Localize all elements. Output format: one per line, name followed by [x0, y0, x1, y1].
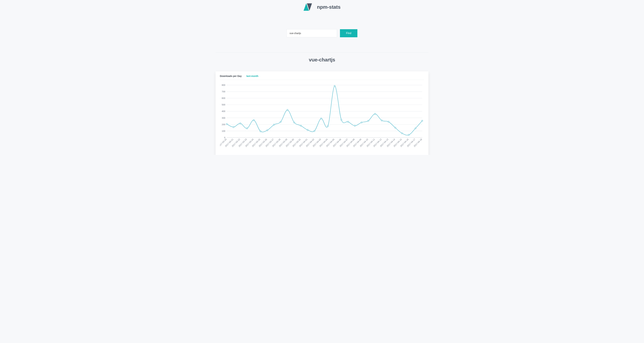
svg-point-55 — [260, 131, 261, 132]
svg-point-63 — [314, 130, 315, 131]
svg-text:800: 800 — [222, 84, 225, 86]
svg-point-79 — [422, 120, 423, 121]
svg-text:100: 100 — [222, 130, 225, 132]
package-search-input[interactable] — [286, 29, 337, 37]
svg-point-53 — [246, 128, 248, 129]
svg-point-73 — [381, 120, 382, 121]
svg-point-60 — [294, 122, 295, 123]
section-divider — [216, 52, 428, 53]
svg-point-72 — [374, 113, 376, 115]
downloads-chart: 01002003004005006007008002017-03-202017-… — [220, 84, 424, 150]
search-form: Find — [216, 13, 428, 52]
svg-point-61 — [300, 125, 302, 126]
svg-point-62 — [307, 129, 308, 131]
svg-point-68 — [348, 121, 349, 122]
svg-point-67 — [341, 119, 342, 120]
svg-point-54 — [253, 120, 254, 121]
logo-icon — [304, 3, 314, 11]
svg-point-69 — [354, 125, 355, 126]
svg-text:400: 400 — [222, 110, 225, 113]
svg-point-71 — [368, 120, 369, 121]
svg-point-64 — [320, 118, 322, 119]
svg-text:700: 700 — [222, 91, 225, 93]
svg-point-51 — [233, 126, 234, 128]
svg-point-75 — [394, 127, 396, 128]
svg-point-52 — [240, 123, 241, 124]
svg-point-50 — [226, 123, 228, 125]
svg-point-57 — [273, 124, 274, 125]
svg-point-66 — [334, 86, 335, 87]
period-badge: last-month — [246, 75, 258, 77]
svg-point-74 — [388, 121, 389, 122]
package-title: vue-chartjs — [216, 57, 428, 63]
svg-point-58 — [280, 121, 281, 122]
svg-text:500: 500 — [222, 104, 225, 106]
svg-point-77 — [408, 134, 409, 136]
downloads-card: Downloads per Day last-month 01002003004… — [216, 71, 428, 155]
svg-point-78 — [415, 128, 416, 129]
svg-text:600: 600 — [222, 97, 225, 99]
card-title: Downloads per Day — [220, 75, 242, 77]
svg-text:200: 200 — [222, 123, 225, 126]
svg-point-76 — [401, 133, 402, 134]
svg-point-70 — [361, 122, 362, 123]
svg-point-56 — [267, 130, 268, 131]
svg-point-59 — [287, 109, 288, 111]
find-button[interactable]: Find — [340, 29, 357, 37]
svg-text:300: 300 — [222, 117, 225, 119]
svg-point-65 — [327, 125, 328, 127]
app-title: npm-stats — [317, 4, 340, 10]
